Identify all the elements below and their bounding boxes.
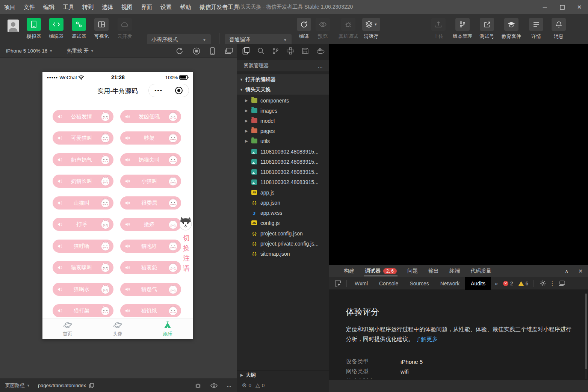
switch-language-label[interactable]: 切 换 注 语	[182, 233, 190, 274]
close-panel-icon[interactable]: ✕	[578, 268, 583, 274]
education-suite-button[interactable]: 教育套件	[499, 18, 524, 40]
hot-reload-toggle[interactable]: 热重载 开 ▼	[63, 48, 98, 54]
simulator-toggle-button[interactable]: 模拟器	[23, 18, 45, 40]
docker-icon[interactable]	[317, 48, 325, 54]
editor-toggle-button[interactable]: 编辑器	[45, 18, 68, 40]
cascade-windows-icon[interactable]	[225, 48, 233, 54]
menu-settings[interactable]: 设置	[156, 4, 176, 11]
sound-button[interactable]: 吵架	[120, 131, 181, 145]
sound-button[interactable]: 猫呼噜	[53, 240, 113, 253]
close-button[interactable]: ✕	[571, 0, 588, 14]
tab-problems[interactable]: 问题	[402, 265, 423, 277]
debugger-toggle-button[interactable]: 调试器	[68, 18, 90, 40]
copy-icon[interactable]	[89, 383, 94, 388]
tab-home[interactable]: 首页	[42, 318, 92, 339]
tree-file-image[interactable]: 1108100302.48083915...	[237, 167, 329, 177]
scrollbar[interactable]	[585, 293, 587, 379]
mode-select[interactable]: 小程序模式 ▼	[147, 34, 211, 45]
sound-button[interactable]: 猫哀怨	[120, 261, 181, 274]
more-actions-icon[interactable]: …	[318, 63, 324, 69]
tree-file-image[interactable]: 1108100302.48083915...	[237, 146, 329, 157]
tab-code-quality[interactable]: 代码质量	[465, 265, 497, 277]
console-errors[interactable]: ✕ 2	[503, 280, 513, 286]
section-open-editors[interactable]: ▼ 打开的编辑器	[237, 74, 329, 84]
portrait-icon[interactable]	[210, 47, 215, 55]
tree-folder-utils[interactable]: ▶utils	[237, 136, 329, 146]
tree-folder-components[interactable]: ▶components	[237, 95, 329, 106]
sound-button[interactable]: 猫打架	[53, 304, 113, 317]
extensions-icon[interactable]	[287, 47, 294, 54]
visualize-toggle-button[interactable]: 可视化	[90, 18, 113, 40]
clear-cache-button[interactable]: ▼ 清缓存	[360, 18, 382, 40]
tab-sources[interactable]: Sources	[404, 277, 434, 290]
bug-icon[interactable]	[195, 382, 201, 389]
compile-mode-select[interactable]: 普通编译 ▼	[225, 34, 292, 45]
tree-folder-images[interactable]: ▶images	[237, 106, 329, 116]
minimize-button[interactable]: ─	[536, 0, 553, 14]
tree-folder-pages[interactable]: ▶pages	[237, 126, 329, 136]
tree-file-app-js[interactable]: JSapp.js	[237, 187, 329, 198]
tab-terminal[interactable]: 终端	[444, 265, 465, 277]
tree-file-sitemap-json[interactable]: {..}sitemap.json	[237, 249, 329, 259]
learn-more-link[interactable]: 了解更多	[415, 336, 438, 342]
more-button[interactable]: •••	[149, 89, 169, 92]
maximize-button[interactable]	[553, 0, 571, 14]
device-selector[interactable]: iPhone 5 100% 16 ▼	[2, 48, 56, 54]
menu-file[interactable]: 文件	[20, 4, 39, 11]
tree-file-image[interactable]: 1108100302.48083915...	[237, 177, 329, 187]
sound-button[interactable]: 可爱猫叫	[53, 131, 113, 145]
menu-help[interactable]: 帮助	[176, 4, 195, 11]
tab-network[interactable]: Network	[435, 277, 465, 290]
files-icon[interactable]	[242, 47, 249, 54]
sound-button[interactable]: 猫咆哮	[120, 240, 181, 253]
search-icon[interactable]	[257, 47, 265, 54]
menu-interface[interactable]: 界面	[137, 4, 156, 11]
tree-file-image[interactable]: 1108100302.48083915...	[237, 157, 329, 167]
sound-button[interactable]: 猫饥饿	[120, 304, 181, 317]
tab-output[interactable]: 输出	[423, 265, 444, 277]
outline-section[interactable]: ▶ 大纲	[237, 370, 329, 379]
more-tabs-chevron[interactable]: »	[495, 280, 498, 286]
menu-project[interactable]: 项目	[0, 4, 20, 11]
gear-icon[interactable]	[540, 280, 546, 286]
inspect-element-icon[interactable]	[334, 280, 341, 287]
sound-button[interactable]: 很委屈	[120, 196, 181, 210]
switch-language-float-button[interactable]	[178, 216, 193, 231]
sound-button[interactable]: 公猫发情	[53, 110, 113, 123]
sound-button[interactable]: 撒娇	[120, 218, 181, 231]
details-button[interactable]: 详情	[525, 18, 547, 40]
sound-button[interactable]: 猫怨气	[120, 283, 181, 296]
menu-view[interactable]: 视图	[117, 4, 137, 11]
sound-button[interactable]: 小猫叫	[120, 175, 181, 188]
menu-goto[interactable]: 转到	[78, 4, 98, 11]
messages-button[interactable]: 消息	[547, 18, 570, 40]
more-icon[interactable]: …	[227, 383, 232, 388]
tab-entertainment[interactable]: 娱乐	[143, 318, 193, 339]
sound-button[interactable]: 猫哀嚎叫	[53, 261, 113, 274]
tab-console[interactable]: Console	[373, 277, 404, 290]
git-branch-icon[interactable]	[272, 47, 279, 54]
tree-file-config-js[interactable]: JSconfig.js	[237, 218, 329, 228]
collapse-panel-icon[interactable]: ∧	[565, 268, 568, 274]
sound-button[interactable]: 奶猫长叫	[53, 175, 113, 188]
test-account-button[interactable]: 测试号	[476, 18, 498, 40]
tab-debugger[interactable]: 调试器 2, 6	[360, 265, 402, 277]
save-icon[interactable]	[302, 47, 309, 54]
menu-tools[interactable]: 工具	[59, 4, 78, 11]
sound-button[interactable]: 打呼	[53, 218, 113, 231]
page-path-label[interactable]: 页面路径	[5, 382, 25, 389]
undock-icon[interactable]	[558, 280, 565, 286]
tree-file-app-json[interactable]: {..}app.json	[237, 198, 329, 208]
sound-button[interactable]: 山猫叫	[53, 196, 113, 210]
sound-button[interactable]: 猫喝水	[53, 283, 113, 296]
refresh-icon[interactable]	[176, 47, 183, 54]
console-warnings[interactable]: 6	[518, 280, 529, 286]
kebab-menu-icon[interactable]: ⋮	[549, 280, 555, 287]
version-control-button[interactable]: 版本管理	[450, 18, 475, 40]
menu-select[interactable]: 选择	[98, 4, 117, 11]
tab-avatar[interactable]: 头像	[92, 318, 142, 339]
menu-edit[interactable]: 编辑	[39, 4, 59, 11]
user-avatar[interactable]	[8, 20, 19, 32]
tree-folder-model[interactable]: ▶model	[237, 116, 329, 126]
sound-button[interactable]: 奶声奶气	[53, 153, 113, 166]
